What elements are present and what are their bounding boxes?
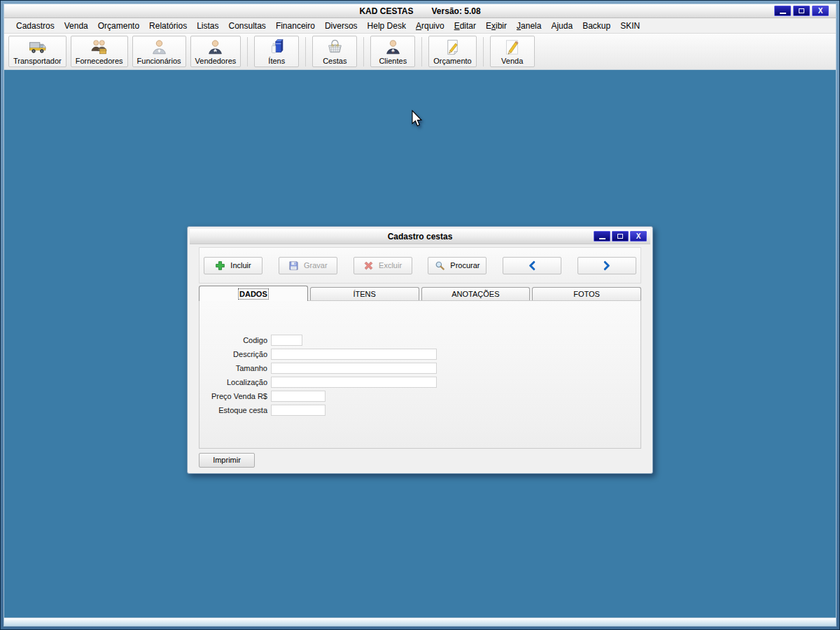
app-title: KAD CESTAS Versão: 5.08 (359, 6, 480, 16)
main-toolbar: TransportadorFornecedoresFuncionáriosVen… (4, 34, 836, 70)
form-row-codigo: Codigo (200, 333, 640, 347)
truck-icon (28, 38, 47, 57)
child-window-controls: X (594, 231, 647, 241)
menu-item-skin[interactable]: SKIN (615, 20, 645, 32)
suppliers-icon (90, 38, 108, 57)
minimize-icon (780, 13, 786, 14)
app-titlebar[interactable]: KAD CESTAS Versão: 5.08 X (4, 4, 836, 18)
menu-item-consultas[interactable]: Consultas (224, 20, 271, 32)
menu-item-listas[interactable]: Listas (192, 20, 223, 32)
tab-label: ANOTAÇÕES (451, 290, 499, 298)
toolbar-button-orcamento[interactable]: Orçamento (428, 36, 476, 67)
toolbar-separator (421, 37, 422, 66)
toolbar-button-itens[interactable]: Ítens (254, 36, 299, 67)
menu-item-cadastros[interactable]: Cadastros (11, 20, 59, 32)
field-label-tamanho: Tamanho (200, 364, 271, 372)
tab-anotacoes[interactable]: ANOTAÇÕES (421, 287, 531, 300)
tab-fotos[interactable]: FOTOS (532, 287, 641, 300)
menu-item-backup[interactable]: Backup (578, 20, 615, 32)
record-actions-toolbar: IncluirGravarExcluirProcurar (199, 247, 641, 284)
maximize-icon (799, 8, 804, 13)
imprimir-button[interactable]: Imprimir (199, 453, 255, 468)
menu-item-diversos[interactable]: Diversos (320, 20, 363, 32)
floppy-save-icon (288, 260, 299, 271)
employee-icon (150, 38, 169, 57)
toolbar-button-vendedores[interactable]: Vendedores (190, 36, 241, 67)
toolbar-button-label: Funcionários (137, 57, 181, 65)
tab-page-dados: CodigoDescriçãoTamanhoLocalizaçãoPreço V… (199, 300, 641, 449)
toolbar-button-funcionarios[interactable]: Funcionários (132, 36, 186, 67)
toolbar-button-label: Cestas (323, 57, 346, 65)
button-label: Incluir (230, 261, 251, 270)
field-input-localizacao[interactable] (271, 377, 437, 388)
field-label-descricao: Descrição (200, 350, 271, 358)
plus-icon (215, 260, 225, 271)
toolbar-button-venda[interactable]: Venda (490, 36, 535, 67)
tab-label: DADOS (239, 290, 267, 298)
document-pencil-icon (443, 38, 462, 57)
menu-item-exibir[interactable]: Exibir (481, 20, 512, 32)
maximize-button[interactable] (793, 6, 810, 16)
minimize-icon (599, 238, 606, 239)
excluir-button[interactable]: Excluir (354, 257, 412, 274)
child-window-title: Cadastro cestas (388, 232, 453, 241)
menu-item-orcamento[interactable]: Orçamento (93, 20, 144, 32)
toolbar-button-cestas[interactable]: Cestas (312, 36, 357, 67)
basket-icon (326, 38, 344, 57)
form-row-tamanho: Tamanho (200, 361, 640, 375)
chevron-left-button[interactable] (503, 257, 561, 274)
tab-itens[interactable]: ÍTENS (310, 287, 419, 300)
child-close-button[interactable]: X (630, 231, 647, 241)
toolbar-button-label: Fornecedores (76, 57, 123, 65)
button-label: Excluir (379, 261, 402, 270)
field-input-tamanho[interactable] (271, 363, 437, 374)
red-x-delete-icon (363, 260, 374, 271)
field-input-descricao[interactable] (271, 349, 437, 360)
procurar-button[interactable]: Procurar (428, 257, 486, 274)
toolbar-button-label: Orçamento (433, 57, 471, 65)
gravar-button[interactable]: Gravar (279, 257, 337, 274)
tab-dados[interactable]: DADOS (199, 286, 308, 301)
toolbar-button-label: Venda (501, 57, 523, 65)
menu-item-ajuda[interactable]: Ajuda (546, 20, 578, 32)
child-maximize-button[interactable] (612, 231, 629, 241)
close-icon: X (636, 233, 641, 240)
toolbar-separator (483, 37, 484, 66)
incluir-button[interactable]: Incluir (204, 257, 262, 274)
field-label-localizacao: Localização (200, 378, 271, 386)
field-label-codigo: Codigo (200, 336, 271, 344)
status-strip (4, 617, 836, 626)
menu-item-venda[interactable]: Venda (59, 20, 93, 32)
menu-item-help-desk[interactable]: Help Desk (363, 20, 411, 32)
menu-item-editar[interactable]: Editar (449, 20, 481, 32)
menu-item-relatorios[interactable]: Relatórios (144, 20, 192, 32)
child-minimize-button[interactable] (594, 231, 610, 241)
mouse-cursor (411, 110, 423, 127)
menu-item-financeiro[interactable]: Financeiro (271, 20, 320, 32)
menu-item-arquivo[interactable]: Arquivo (411, 20, 449, 32)
app-name: KAD CESTAS (359, 6, 413, 16)
field-label-preco-venda-r: Preço Venda R$ (200, 392, 271, 400)
form-row-preco-venda-r: Preço Venda R$ (200, 389, 640, 403)
menu-item-janela[interactable]: Janela (512, 20, 546, 32)
toolbar-separator (247, 37, 248, 66)
toolbar-separator (363, 37, 364, 66)
client-icon (384, 38, 402, 57)
minimize-button[interactable] (774, 6, 791, 16)
toolbar-separator (305, 37, 306, 66)
toolbar-button-transportador[interactable]: Transportador (8, 36, 66, 67)
tab-strip: DADOSÍTENSANOTAÇÕESFOTOS (199, 286, 641, 300)
field-label-estoque-cesta: Estoque cesta (200, 406, 271, 414)
cadastro-cestas-window: Cadastro cestas X IncluirGravarExcluirPr… (187, 226, 653, 474)
child-window-body: IncluirGravarExcluirProcurar DADOSÍTENSA… (190, 244, 650, 471)
maximize-icon (617, 234, 623, 239)
field-input-preco-venda-r[interactable] (271, 391, 326, 402)
field-input-estoque-cesta[interactable] (271, 405, 326, 416)
toolbar-button-fornecedores[interactable]: Fornecedores (71, 36, 128, 67)
chevron-right-button[interactable] (578, 257, 636, 274)
field-input-codigo[interactable] (271, 335, 302, 346)
toolbar-button-clientes[interactable]: Clientes (370, 36, 415, 67)
child-titlebar[interactable]: Cadastro cestas X (190, 229, 650, 244)
close-button[interactable]: X (812, 6, 829, 16)
app-version: Versão: 5.08 (432, 6, 481, 16)
